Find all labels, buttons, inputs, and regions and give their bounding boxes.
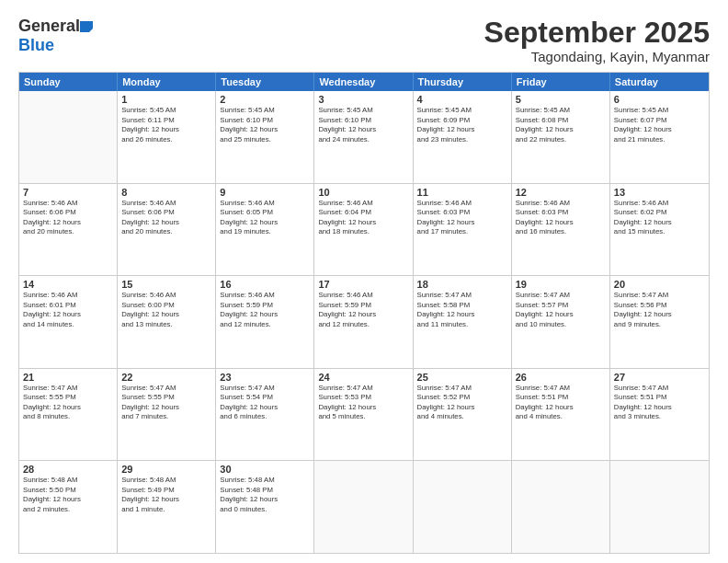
calendar-week-4: 21Sunrise: 5:47 AMSunset: 5:55 PMDayligh… <box>19 368 709 461</box>
logo-general: General <box>18 17 80 36</box>
day-number: 5 <box>516 94 606 105</box>
day-number: 14 <box>23 279 113 290</box>
day-number: 30 <box>220 464 310 475</box>
day-number: 18 <box>417 279 507 290</box>
calendar-cell <box>19 91 118 183</box>
day-header-sunday: Sunday <box>19 73 118 91</box>
cell-info: Sunrise: 5:45 AMSunset: 6:08 PMDaylight:… <box>516 106 606 144</box>
day-number: 29 <box>121 464 211 475</box>
calendar-cell: 22Sunrise: 5:47 AMSunset: 5:55 PMDayligh… <box>118 369 216 461</box>
cell-info: Sunrise: 5:47 AMSunset: 5:53 PMDaylight:… <box>318 384 408 422</box>
day-number: 8 <box>121 187 211 198</box>
day-number: 15 <box>121 279 211 290</box>
cell-info: Sunrise: 5:47 AMSunset: 5:51 PMDaylight:… <box>614 384 705 422</box>
cell-info: Sunrise: 5:48 AMSunset: 5:49 PMDaylight:… <box>121 476 211 514</box>
calendar-cell: 2Sunrise: 5:45 AMSunset: 6:10 PMDaylight… <box>216 91 314 183</box>
cell-info: Sunrise: 5:46 AMSunset: 6:06 PMDaylight:… <box>121 199 211 237</box>
day-number: 27 <box>614 372 705 383</box>
calendar: SundayMondayTuesdayWednesdayThursdayFrid… <box>18 72 710 554</box>
calendar-cell: 18Sunrise: 5:47 AMSunset: 5:58 PMDayligh… <box>414 276 512 368</box>
calendar-cell: 10Sunrise: 5:46 AMSunset: 6:04 PMDayligh… <box>314 184 413 276</box>
day-number: 24 <box>318 372 408 383</box>
cell-info: Sunrise: 5:46 AMSunset: 5:59 PMDaylight:… <box>220 291 310 329</box>
calendar-cell: 30Sunrise: 5:48 AMSunset: 5:48 PMDayligh… <box>216 461 314 553</box>
day-number: 10 <box>318 187 408 198</box>
cell-info: Sunrise: 5:46 AMSunset: 6:03 PMDaylight:… <box>417 199 507 237</box>
day-number: 21 <box>23 372 113 383</box>
calendar-body: 1Sunrise: 5:45 AMSunset: 6:11 PMDaylight… <box>19 91 709 553</box>
cell-info: Sunrise: 5:47 AMSunset: 5:52 PMDaylight:… <box>417 384 507 422</box>
cell-info: Sunrise: 5:48 AMSunset: 5:50 PMDaylight:… <box>23 476 113 514</box>
calendar-week-3: 14Sunrise: 5:46 AMSunset: 6:01 PMDayligh… <box>19 275 709 368</box>
calendar-cell: 24Sunrise: 5:47 AMSunset: 5:53 PMDayligh… <box>314 369 413 461</box>
day-number: 17 <box>318 279 408 290</box>
day-number: 4 <box>417 94 507 105</box>
cell-info: Sunrise: 5:47 AMSunset: 5:55 PMDaylight:… <box>121 384 211 422</box>
logo: GeneralBlue <box>18 17 93 55</box>
calendar-cell: 19Sunrise: 5:47 AMSunset: 5:57 PMDayligh… <box>512 276 610 368</box>
day-number: 23 <box>220 372 310 383</box>
day-number: 20 <box>614 279 705 290</box>
day-number: 11 <box>417 187 507 198</box>
cell-info: Sunrise: 5:45 AMSunset: 6:10 PMDaylight:… <box>318 106 408 144</box>
logo-blue: Blue <box>18 36 54 55</box>
cell-info: Sunrise: 5:47 AMSunset: 5:57 PMDaylight:… <box>516 291 606 329</box>
cell-info: Sunrise: 5:46 AMSunset: 6:02 PMDaylight:… <box>614 199 705 237</box>
cell-info: Sunrise: 5:47 AMSunset: 5:55 PMDaylight:… <box>23 384 113 422</box>
day-header-friday: Friday <box>512 73 610 91</box>
day-number: 25 <box>417 372 507 383</box>
cell-info: Sunrise: 5:46 AMSunset: 6:01 PMDaylight:… <box>23 291 113 329</box>
cell-info: Sunrise: 5:46 AMSunset: 6:03 PMDaylight:… <box>516 199 606 237</box>
calendar-cell <box>414 461 512 553</box>
cell-info: Sunrise: 5:47 AMSunset: 5:56 PMDaylight:… <box>614 291 705 329</box>
calendar-cell: 26Sunrise: 5:47 AMSunset: 5:51 PMDayligh… <box>512 369 610 461</box>
calendar-week-2: 7Sunrise: 5:46 AMSunset: 6:06 PMDaylight… <box>19 183 709 276</box>
day-number: 13 <box>614 187 705 198</box>
cell-info: Sunrise: 5:47 AMSunset: 5:51 PMDaylight:… <box>516 384 606 422</box>
day-header-thursday: Thursday <box>414 73 512 91</box>
header: GeneralBlue September 2025 Tagondaing, K… <box>18 17 710 64</box>
calendar-cell: 29Sunrise: 5:48 AMSunset: 5:49 PMDayligh… <box>118 461 216 553</box>
calendar-cell: 14Sunrise: 5:46 AMSunset: 6:01 PMDayligh… <box>19 276 118 368</box>
calendar-cell: 5Sunrise: 5:45 AMSunset: 6:08 PMDaylight… <box>512 91 610 183</box>
cell-info: Sunrise: 5:46 AMSunset: 6:00 PMDaylight:… <box>121 291 211 329</box>
day-number: 2 <box>220 94 310 105</box>
cell-info: Sunrise: 5:45 AMSunset: 6:07 PMDaylight:… <box>614 106 705 144</box>
calendar-week-5: 28Sunrise: 5:48 AMSunset: 5:50 PMDayligh… <box>19 460 709 553</box>
day-number: 7 <box>23 187 113 198</box>
day-number: 12 <box>516 187 606 198</box>
calendar-cell: 4Sunrise: 5:45 AMSunset: 6:09 PMDaylight… <box>414 91 512 183</box>
calendar-cell: 1Sunrise: 5:45 AMSunset: 6:11 PMDaylight… <box>118 91 216 183</box>
day-number: 9 <box>220 187 310 198</box>
day-number: 22 <box>121 372 211 383</box>
calendar-header: SundayMondayTuesdayWednesdayThursdayFrid… <box>19 73 709 91</box>
page: GeneralBlue September 2025 Tagondaing, K… <box>0 0 728 563</box>
day-header-tuesday: Tuesday <box>216 73 314 91</box>
calendar-cell: 15Sunrise: 5:46 AMSunset: 6:00 PMDayligh… <box>118 276 216 368</box>
calendar-cell: 16Sunrise: 5:46 AMSunset: 5:59 PMDayligh… <box>216 276 314 368</box>
calendar-cell <box>512 461 610 553</box>
calendar-cell: 11Sunrise: 5:46 AMSunset: 6:03 PMDayligh… <box>414 184 512 276</box>
day-number: 19 <box>516 279 606 290</box>
day-number: 6 <box>614 94 705 105</box>
cell-info: Sunrise: 5:47 AMSunset: 5:58 PMDaylight:… <box>417 291 507 329</box>
day-header-wednesday: Wednesday <box>314 73 413 91</box>
svg-marker-0 <box>80 21 93 32</box>
cell-info: Sunrise: 5:45 AMSunset: 6:09 PMDaylight:… <box>417 106 507 144</box>
calendar-cell: 6Sunrise: 5:45 AMSunset: 6:07 PMDaylight… <box>610 91 709 183</box>
day-number: 1 <box>121 94 211 105</box>
day-header-saturday: Saturday <box>610 73 709 91</box>
cell-info: Sunrise: 5:46 AMSunset: 6:04 PMDaylight:… <box>318 199 408 237</box>
day-number: 3 <box>318 94 408 105</box>
calendar-cell <box>610 461 709 553</box>
calendar-cell: 17Sunrise: 5:46 AMSunset: 5:59 PMDayligh… <box>314 276 413 368</box>
cell-info: Sunrise: 5:46 AMSunset: 6:05 PMDaylight:… <box>220 199 310 237</box>
location-subtitle: Tagondaing, Kayin, Myanmar <box>484 49 710 64</box>
calendar-cell: 3Sunrise: 5:45 AMSunset: 6:10 PMDaylight… <box>314 91 413 183</box>
calendar-cell: 8Sunrise: 5:46 AMSunset: 6:06 PMDaylight… <box>118 184 216 276</box>
logo-flag-icon <box>80 21 93 32</box>
cell-info: Sunrise: 5:47 AMSunset: 5:54 PMDaylight:… <box>220 384 310 422</box>
calendar-week-1: 1Sunrise: 5:45 AMSunset: 6:11 PMDaylight… <box>19 91 709 183</box>
calendar-cell: 7Sunrise: 5:46 AMSunset: 6:06 PMDaylight… <box>19 184 118 276</box>
cell-info: Sunrise: 5:45 AMSunset: 6:10 PMDaylight:… <box>220 106 310 144</box>
